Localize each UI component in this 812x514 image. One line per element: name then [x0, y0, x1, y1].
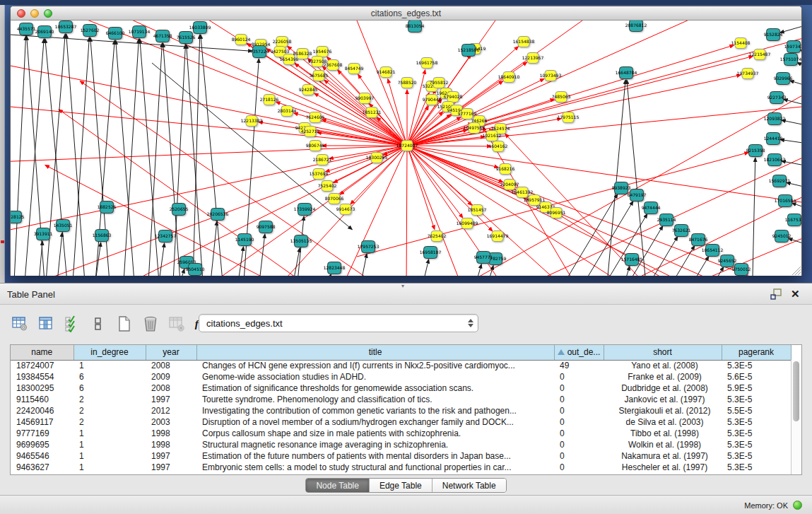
graph-node-label: 12823448	[324, 265, 346, 270]
table-cell: Estimation of the future numbers of pati…	[196, 450, 554, 462]
table-cell: 2008	[146, 382, 196, 394]
graph-node-label: 15751074	[780, 57, 802, 62]
table-cell: Tibbo et al. (1998)	[604, 428, 722, 439]
table-cell: Estimation of significance thresholds fo…	[196, 382, 554, 394]
graph-node-label: 18957911	[524, 197, 546, 202]
table-cell: 2012	[146, 405, 196, 416]
tab-edge-table[interactable]: Edge Table	[370, 479, 433, 492]
table-cell: 2009	[146, 371, 196, 382]
graph-node-label: 2069140	[35, 29, 54, 34]
graph-node-label: 2186721	[313, 157, 332, 162]
table-cell: Hescheler et al. (1997)	[604, 462, 722, 473]
table-row[interactable]: 969969511998Structural magnetic resonanc…	[11, 439, 791, 450]
graph-node-label: 7625402	[428, 233, 447, 238]
table-cell: 6	[73, 371, 146, 382]
delete-table-icon[interactable]	[168, 315, 185, 333]
graph-node-label: 12215487	[749, 52, 771, 57]
column-header-pagerank[interactable]: pagerank	[722, 345, 791, 360]
column-header-name[interactable]: name	[11, 345, 73, 360]
column-header-in_degree[interactable]: in_degree	[73, 345, 146, 360]
table-cell: 22420046	[11, 405, 73, 416]
graph-node-label: 9777169	[458, 111, 477, 116]
splitter-handle-icon[interactable]: ▾	[401, 284, 408, 288]
table-cell: Nakamura et al. (1997)	[604, 450, 722, 462]
table-cell: 0	[554, 394, 604, 405]
table-panel-header[interactable]: ▾ Table Panel ✕	[0, 284, 812, 305]
graph-edge	[173, 45, 185, 276]
table-row[interactable]: 977716911998Corpus callosum shape and si…	[11, 428, 791, 439]
table-selector-dropdown[interactable]: citations_edges.txt	[199, 314, 478, 332]
column-header-year[interactable]: year	[146, 345, 196, 360]
rows-icon[interactable]	[90, 315, 107, 333]
graph-node-label: 9504510	[186, 267, 205, 271]
graph-edge	[361, 254, 367, 276]
graph-edge	[14, 36, 26, 276]
graph-node-label: 7357224	[250, 49, 269, 54]
graph-node-label: 17359924	[294, 206, 316, 211]
new-table-icon[interactable]	[116, 315, 133, 333]
graph-node-label: 2226058	[273, 39, 292, 44]
delete-rows-icon[interactable]	[142, 315, 159, 333]
table-cell: Investigating the contribution of common…	[196, 405, 554, 416]
column-header-title[interactable]: title	[196, 345, 554, 360]
table-cell: 9465546	[11, 450, 73, 462]
graph-node-label: 10973493	[540, 73, 562, 78]
graph-node-label: 16961758	[416, 60, 438, 65]
column-header-short[interactable]: short	[604, 345, 722, 360]
table-cell: 1	[73, 450, 146, 462]
table-cell: de Silva et al. (2003)	[604, 416, 722, 428]
close-panel-icon[interactable]: ✕	[791, 288, 804, 300]
table-cell: 5.3E-5	[722, 360, 791, 371]
graph-edge	[57, 233, 62, 276]
graph-node-label: 6479197	[628, 192, 647, 197]
graph-node-label: 9457771	[474, 255, 493, 259]
graph-node-label: 16461332	[512, 189, 534, 194]
row-select-icon[interactable]	[64, 315, 81, 333]
graph-node-label: 9168216	[496, 166, 515, 171]
table-settings-icon[interactable]	[11, 315, 28, 333]
table-scrollbar-thumb[interactable]	[793, 361, 799, 421]
graph-node-label: 16033809	[189, 25, 211, 30]
graph-node-label: 16648784	[616, 70, 637, 75]
float-panel-icon[interactable]	[770, 288, 782, 300]
graph-edge	[180, 269, 184, 276]
tab-node-table[interactable]: Node Table	[306, 479, 370, 492]
graph-node-label: 4252712	[301, 129, 320, 134]
column-header-out_de[interactable]: out_de...	[554, 345, 604, 360]
table-cell: Genome-wide association studies in ADHD.	[196, 371, 554, 382]
network-view-window[interactable]: citations_edges.txt 18724007896012489129…	[10, 6, 802, 276]
window-title: citations_edges.txt	[11, 8, 801, 18]
table-row[interactable]: 911546021997Tourette syndrome. Phenomeno…	[11, 394, 791, 405]
graph-node-label: 9152824	[764, 32, 783, 37]
graph-node-label: 1527602	[81, 28, 100, 33]
citation-network-graph[interactable]: 1872400789601248912954222605894275031654…	[11, 21, 802, 276]
table-row[interactable]: 1830029562008Estimation of significance …	[11, 382, 791, 394]
table-cell: 0	[554, 450, 604, 462]
table-row[interactable]: 1872400712008Changes of HCN gene express…	[11, 360, 791, 371]
table-scrollbar[interactable]	[791, 360, 801, 474]
table-cell: 0	[554, 428, 604, 439]
tab-network-table[interactable]: Network Table	[433, 479, 506, 492]
window-titlebar[interactable]: citations_edges.txt	[11, 6, 801, 21]
table-cell: 0	[554, 462, 604, 473]
graph-edge	[39, 241, 42, 276]
graph-node-label: 7485063	[552, 94, 571, 99]
table-cell: 9777169	[11, 428, 73, 439]
memory-status-indicator[interactable]	[793, 501, 802, 510]
graph-node-label: 9329966	[774, 76, 793, 81]
graph-node-label: 2367608	[324, 62, 343, 67]
graph-node-label: 12213383	[241, 118, 263, 123]
graph-node-label: 1021612	[483, 133, 502, 138]
table-row[interactable]: 1456911722003Disruption of a novel membe…	[11, 416, 791, 428]
table-row[interactable]: 2242004622012Investigating the contribut…	[11, 405, 791, 416]
canvas-resize-grip[interactable]	[792, 267, 801, 275]
column-visibility-icon[interactable]	[37, 315, 54, 333]
table-row[interactable]: 946362711997Embryonic stem cells: a mode…	[11, 462, 791, 473]
table-cell: 18724007	[11, 360, 73, 371]
network-canvas[interactable]: 1872400789601248912954222605894275031654…	[11, 21, 802, 276]
node-attribute-table: namein_degreeyeartitleout_de...shortpage…	[10, 344, 802, 475]
table-cell: 0	[554, 416, 604, 428]
graph-node-label: 17975115	[558, 115, 579, 119]
table-row[interactable]: 946554611997Estimation of the future num…	[11, 450, 791, 462]
table-row[interactable]: 1938455462009Genome-wide association stu…	[11, 371, 791, 382]
